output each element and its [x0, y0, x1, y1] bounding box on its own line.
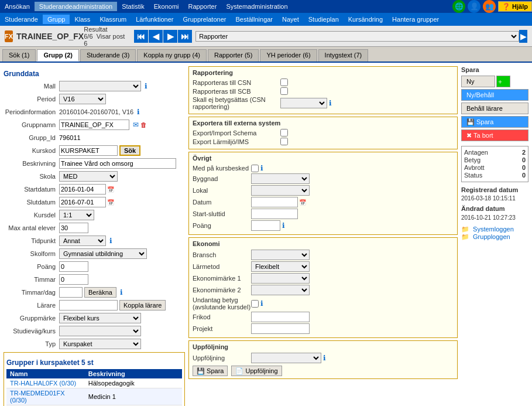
submenu-larfunktioner[interactable]: Lärfunktioner [131, 15, 178, 24]
rapporteras-scb-checkbox[interactable] [280, 87, 288, 95]
gruppmärke-select[interactable]: Flexibel kurs [59, 313, 141, 323]
beskrivning-input[interactable] [59, 158, 176, 169]
menu-ansokan[interactable]: Ansökan [0, 2, 35, 11]
submenu-klass[interactable]: Klass [70, 15, 95, 24]
uppfoljning-info-icon[interactable]: ℹ [323, 354, 326, 362]
ta-bort-button[interactable]: ✖ Ta bort [461, 129, 528, 141]
max-antal-input[interactable] [59, 223, 88, 233]
timmar-input[interactable] [59, 274, 88, 285]
typ-select[interactable]: Kurspaket [59, 339, 141, 349]
systemloggen-link[interactable]: Systemloggen [473, 226, 514, 233]
tidpunkt-info-icon[interactable]: ℹ [109, 237, 112, 245]
help-button[interactable]: ❓ Hjälp [498, 1, 532, 12]
export-schema-checkbox[interactable] [280, 129, 288, 137]
kursdel-select[interactable]: 1:1 [59, 210, 94, 220]
frikod-input[interactable] [251, 312, 310, 322]
globe-icon[interactable]: 🌐 [452, 0, 465, 13]
datum-calendar-icon[interactable]: 📅 [299, 199, 306, 206]
ovrigt-poang-info-icon[interactable]: ℹ [282, 221, 285, 230]
tidpunkt-select[interactable]: Annat [59, 236, 106, 246]
nav-next-button[interactable]: ▶ [163, 30, 177, 43]
slutdatum-calendar-icon[interactable]: 📅 [107, 199, 114, 206]
ekonomimarke1-select[interactable] [251, 273, 310, 284]
menu-rapporter[interactable]: Rapporter [183, 2, 221, 11]
sok-button[interactable]: Sök [119, 145, 140, 156]
menu-ekonomi[interactable]: Ekonomi [149, 2, 184, 11]
undantag-betyg-checkbox[interactable] [251, 300, 259, 308]
person-icon[interactable]: 👥 [483, 0, 496, 13]
mall-select[interactable] [59, 81, 141, 91]
menu-statistik[interactable]: Statistik [117, 2, 149, 11]
timmar-per-dag-input[interactable] [59, 287, 83, 298]
uppfoljning-select[interactable] [251, 353, 321, 363]
export-larmiljo-checkbox[interactable] [280, 138, 288, 145]
periodinformation-info-icon[interactable]: ℹ [137, 108, 140, 116]
byggnad-select[interactable] [251, 173, 310, 184]
startdatum-calendar-icon[interactable]: 📅 [107, 186, 114, 193]
slutdatum-input[interactable] [59, 197, 106, 207]
tab-sok[interactable]: Sök (1) [2, 49, 36, 62]
group-link-2[interactable]: TR-MEDMED01FX (0/30) [10, 390, 65, 404]
grupploggen-link[interactable]: Grupploggen [473, 233, 510, 240]
tab-studerande[interactable]: Studerande (3) [80, 49, 136, 62]
submenu-klassrum[interactable]: Klassrum [95, 15, 131, 24]
period-select[interactable]: V16 [59, 94, 106, 104]
startdatum-input[interactable] [59, 184, 106, 195]
submenu-hantera-grupper[interactable]: Hantera grupper [387, 15, 444, 24]
berakna-button[interactable]: Beräkna [84, 287, 116, 298]
uppfoljning-spara-button[interactable]: 💾 Spara [193, 366, 228, 376]
submenu-bestallningar[interactable]: Beställningar [231, 15, 277, 24]
undantag-betyg-info-icon[interactable]: ℹ [260, 299, 263, 308]
tab-rapporter[interactable]: Rapporter (5) [208, 49, 259, 62]
koppla-larare-button[interactable]: Koppla lärare [119, 300, 166, 311]
gruppnamn-mail-icon[interactable]: ✉ [133, 121, 139, 129]
med-pa-checkbox[interactable] [251, 165, 259, 172]
studievag-select[interactable] [59, 326, 141, 336]
datum-input[interactable] [251, 197, 298, 207]
submenu-studerande[interactable]: Studerande [0, 15, 43, 24]
user-icon[interactable]: 👤 [468, 0, 480, 13]
menu-studerande-admin[interactable]: Studerandeadministration [35, 2, 117, 11]
nav-prev-button[interactable]: ◀ [149, 30, 163, 43]
skolform-select[interactable]: Gymnasial utbildning [59, 248, 147, 259]
submenu-nayet[interactable]: Nayet [277, 15, 304, 24]
timmar-info-icon[interactable]: ℹ [120, 288, 123, 296]
kurskod-input[interactable] [59, 145, 118, 156]
projekt-input[interactable] [251, 323, 310, 334]
poang-input[interactable] [59, 261, 88, 272]
submenu-grupprelatoner[interactable]: Grupprelatoner [178, 15, 231, 24]
rapporter-select[interactable]: Rapporter [195, 31, 519, 42]
med-pa-info-icon[interactable]: ℹ [260, 164, 263, 172]
tab-yh-perioder[interactable]: YH perioder (6) [260, 49, 317, 62]
behall-larare-button[interactable]: Behåll lärare [461, 103, 528, 114]
ny-plus-button[interactable]: ＋ [496, 76, 510, 87]
lokal-select[interactable] [251, 185, 310, 196]
uppfoljning-button[interactable]: 📄 Uppföljning [231, 366, 282, 376]
tab-grupp[interactable]: Grupp (2) [37, 49, 79, 62]
ovrigt-poang-input[interactable] [251, 220, 280, 231]
ny-behall-button[interactable]: Ny/Behåll [461, 89, 528, 101]
rapporter-go-button[interactable]: ▶ [519, 30, 527, 43]
submenu-kursandring[interactable]: Kursändring [344, 15, 387, 24]
rapporteras-csn-checkbox[interactable] [280, 79, 288, 86]
tab-intygstext[interactable]: Intygstext (7) [318, 49, 369, 62]
skall-ej-select[interactable] [280, 98, 327, 108]
start-sluttid-input[interactable] [251, 209, 298, 219]
nav-first-button[interactable]: ⏮ [134, 30, 148, 43]
mall-info-icon[interactable]: ℹ [145, 82, 147, 90]
skola-select[interactable]: MED [59, 171, 118, 182]
ny-button[interactable]: Ny [461, 76, 495, 87]
group-link-1[interactable]: TR-HALHAL0FX (0/30) [10, 380, 76, 387]
larare-input[interactable] [59, 300, 118, 311]
submenu-grupp[interactable]: Grupp [43, 15, 70, 24]
bransch-select[interactable] [251, 250, 310, 260]
gruppnamn-delete-icon[interactable]: 🗑 [140, 121, 147, 128]
skall-ej-info-icon[interactable]: ℹ [329, 99, 332, 107]
spara-button[interactable]: 💾 Spara [461, 116, 528, 128]
tab-koppla-ny-grupp[interactable]: Koppla ny grupp (4) [137, 49, 207, 62]
submenu-studieplan[interactable]: Studieplan [304, 15, 344, 24]
menu-systemadmin[interactable]: Systemadministration [221, 2, 292, 11]
nav-last-button[interactable]: ⏭ [178, 30, 192, 43]
gruppnamn-input[interactable] [59, 120, 129, 130]
ekonomimarke2-select[interactable] [251, 285, 310, 295]
